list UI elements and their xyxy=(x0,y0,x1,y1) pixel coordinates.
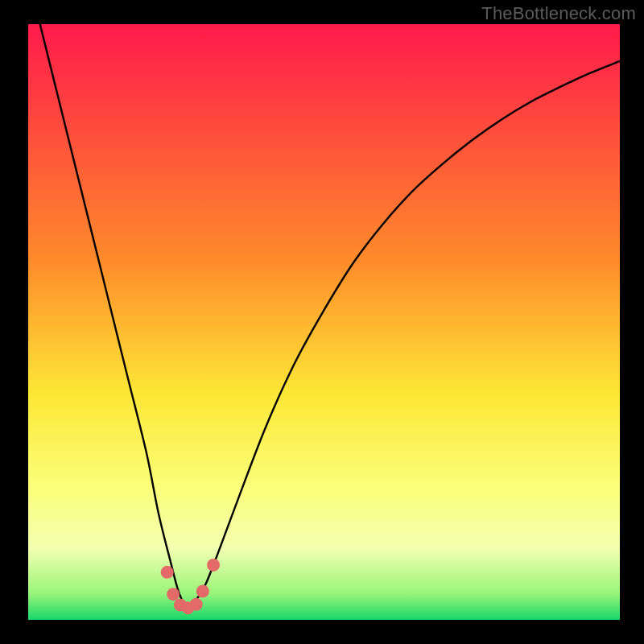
optimum-marker xyxy=(196,584,209,597)
plot-background xyxy=(28,24,620,620)
optimum-marker xyxy=(207,559,220,572)
optimum-marker xyxy=(190,598,203,611)
optimum-marker xyxy=(161,566,174,579)
optimum-marker xyxy=(167,588,180,601)
chart-frame: TheBottleneck.com xyxy=(0,0,644,644)
attribution-text: TheBottleneck.com xyxy=(481,3,636,24)
bottleneck-chart xyxy=(0,0,644,644)
